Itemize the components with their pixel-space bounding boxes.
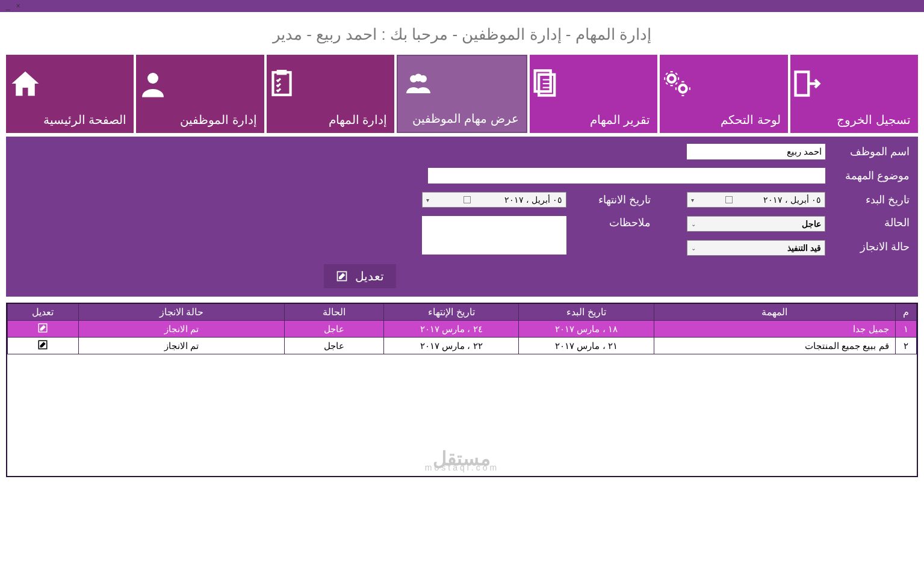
gear-icon: [660, 69, 693, 99]
checkbox-icon: [464, 196, 471, 203]
tile-home[interactable]: الصفحة الرئيسية: [6, 55, 134, 133]
status-label: الحالة: [831, 216, 910, 229]
start-date-label: تاريخ البدء: [831, 193, 910, 206]
cell-index: ١: [895, 321, 916, 338]
document-icon: [530, 67, 561, 100]
notes-field[interactable]: [422, 216, 566, 255]
tile-tasks[interactable]: إدارة المهام: [267, 55, 394, 133]
people-icon: [398, 69, 439, 98]
svg-rect-13: [795, 72, 808, 96]
cell-status: عاجل: [285, 338, 384, 354]
tasks-table: م المهمة تاريخ البدء تاريخ الإنتهاء الحا…: [7, 304, 917, 354]
cell-end: ٢٤ ، مارس ٢٠١٧: [384, 321, 519, 338]
cell-end: ٢٢ ، مارس ٢٠١٧: [384, 338, 519, 354]
svg-point-12: [679, 85, 687, 93]
tile-dashboard[interactable]: لوحة التحكم: [660, 55, 787, 133]
cell-start: ٢١ ، مارس ٢٠١٧: [519, 338, 654, 354]
chevron-down-icon: ▾: [691, 197, 694, 203]
exit-icon: [790, 68, 824, 99]
col-progress: حالة الانجاز: [78, 304, 284, 321]
progress-label: حالة الانجاز: [831, 240, 910, 253]
chevron-down-icon: ⌄: [691, 221, 696, 227]
cell-start: ١٨ ، مارس ٢٠١٧: [519, 321, 654, 338]
tile-logout-label: تسجيل الخروج: [790, 108, 918, 133]
tile-logout[interactable]: تسجيل الخروج: [790, 55, 918, 133]
cell-task: جميل جدا: [654, 321, 895, 338]
tile-report[interactable]: تقرير المهام: [530, 55, 657, 133]
row-edit-icon[interactable]: [37, 323, 48, 335]
edit-button[interactable]: تعديل: [324, 264, 396, 288]
checkbox-icon: [725, 196, 733, 203]
table-row[interactable]: ٢قم ببيع جميع المنتجات٢١ ، مارس ٢٠١٧٢٢ ،…: [8, 338, 917, 354]
tile-dashboard-label: لوحة التحكم: [660, 108, 787, 133]
tile-employees[interactable]: إدارة الموظفين: [136, 55, 264, 133]
svg-point-11: [668, 75, 676, 82]
titlebar: × _: [0, 0, 924, 12]
clipboard-icon: [267, 67, 297, 100]
person-icon: [136, 67, 170, 100]
chevron-down-icon: ▾: [426, 197, 429, 203]
chevron-down-icon: ⌄: [691, 245, 696, 252]
col-start: تاريخ البدء: [519, 304, 654, 321]
start-date-picker[interactable]: ▾ ٠٥ أبريل ، ٢٠١٧: [687, 192, 825, 208]
tile-view-tasks[interactable]: عرض مهام الموظفين: [397, 55, 527, 133]
minimize-icon[interactable]: _: [6, 2, 10, 10]
home-icon: [6, 67, 45, 100]
tile-tasks-label: إدارة المهام: [267, 108, 394, 133]
col-index: م: [895, 304, 916, 321]
form-panel: اسم الموظف موضوع المهمة تاريخ البدء ▾ ٠٥…: [6, 137, 918, 297]
cell-task: قم ببيع جميع المنتجات: [654, 338, 895, 354]
tasks-table-container: م المهمة تاريخ البدء تاريخ الإنتهاء الحا…: [6, 303, 918, 477]
subject-label: موضوع المهمة: [831, 169, 910, 182]
tile-view-tasks-label: عرض مهام الموظفين: [398, 106, 526, 132]
col-end: تاريخ الإنتهاء: [384, 304, 519, 321]
status-dropdown[interactable]: ⌄ عاجل: [687, 216, 825, 232]
cell-status: عاجل: [285, 321, 384, 338]
cell-index: ٢: [895, 338, 916, 354]
tile-home-label: الصفحة الرئيسية: [6, 108, 134, 133]
close-icon[interactable]: ×: [16, 2, 20, 10]
svg-point-0: [147, 73, 158, 84]
subject-field[interactable]: [428, 168, 825, 184]
employee-label: اسم الموظف: [831, 145, 910, 158]
progress-dropdown[interactable]: ⌄ قيد التنفيذ: [687, 240, 825, 256]
svg-rect-2: [277, 70, 287, 75]
tile-report-label: تقرير المهام: [530, 108, 657, 133]
row-edit-icon[interactable]: [37, 339, 48, 352]
edit-icon: [336, 270, 348, 282]
notes-label: ملاحظات: [572, 216, 651, 229]
svg-rect-1: [273, 72, 290, 95]
cell-progress: تم الانجاز: [78, 321, 284, 338]
cell-progress: تم الانجاز: [78, 338, 284, 354]
end-date-label: تاريخ الانتهاء: [572, 193, 651, 206]
tile-employees-label: إدارة الموظفين: [136, 108, 264, 133]
col-status: الحالة: [285, 304, 384, 321]
page-title: إدارة المهام - إدارة الموظفين - مرحبا بك…: [0, 12, 924, 55]
table-row[interactable]: ١جميل جدا١٨ ، مارس ٢٠١٧٢٤ ، مارس ٢٠١٧عاج…: [8, 321, 917, 338]
employee-field[interactable]: [687, 144, 825, 159]
col-task: المهمة: [654, 304, 895, 321]
watermark: مستقل mostaql.com: [425, 452, 499, 471]
svg-point-5: [415, 74, 423, 82]
nav-tiles: الصفحة الرئيسية إدارة الموظفين إدارة الم…: [0, 55, 924, 133]
end-date-picker[interactable]: ▾ ٠٥ أبريل ، ٢٠١٧: [422, 192, 566, 208]
col-edit: تعديل: [8, 304, 79, 321]
